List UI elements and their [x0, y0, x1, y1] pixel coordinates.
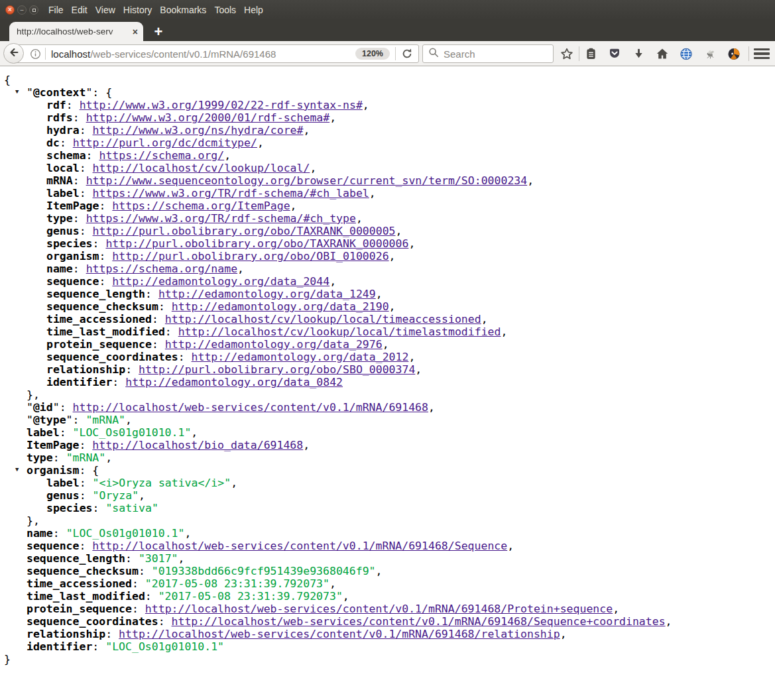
window-maximize-button[interactable]	[29, 5, 38, 15]
menu-view[interactable]: View	[91, 0, 119, 20]
json-punct: ,	[303, 124, 310, 137]
json-string: "3017"	[139, 552, 178, 565]
reload-divider	[395, 47, 396, 60]
json-link[interactable]: https://schema.org/ItemPage	[112, 200, 290, 212]
reload-button[interactable]	[400, 46, 414, 61]
json-punct: ,	[105, 451, 112, 464]
json-punct: :	[92, 640, 105, 653]
new-tab-button[interactable]: +	[149, 22, 168, 41]
json-link[interactable]: http://edamontology.org/data_2190	[172, 300, 389, 313]
json-link[interactable]: http://localhost/web-services/content/v0…	[172, 615, 666, 628]
menu-help[interactable]: Help	[240, 0, 267, 20]
search-input[interactable]: Search	[422, 44, 554, 63]
bookmarks-menu-button[interactable]	[584, 47, 597, 60]
addon-globe-button[interactable]	[680, 47, 693, 60]
json-punct: ,	[329, 577, 336, 590]
minimize-icon: –	[20, 7, 23, 13]
json-punct: :	[73, 262, 86, 275]
json-punct: :	[60, 426, 73, 439]
json-link[interactable]: http://localhost/bio_data/691468	[92, 439, 303, 451]
json-punct: ,	[501, 325, 507, 338]
json-link[interactable]: https://schema.org/	[99, 149, 224, 162]
menu-edit[interactable]: Edit	[68, 0, 91, 20]
window-close-button[interactable]: ×	[5, 5, 15, 15]
tab-close-icon[interactable]: ×	[133, 27, 138, 36]
active-tab[interactable]: http://localhost/web-serv ×	[9, 22, 143, 41]
json-punct: :	[80, 162, 93, 174]
json-line: sequence_checksum: "019338bdd66c9fcf9514…	[0, 565, 775, 577]
json-punct: ,	[376, 288, 383, 300]
json-string: "<i>Oryza sativa</i>"	[93, 477, 231, 489]
json-link[interactable]: http://purl.obolibrary.org/obo/OBI_01000…	[112, 250, 388, 262]
json-punct: :	[99, 275, 112, 288]
json-link[interactable]: http://localhost/cv/lookup/local/	[93, 162, 310, 174]
json-line: species: http://purl.obolibrary.org/obo/…	[0, 237, 775, 250]
json-key: label	[46, 187, 80, 200]
json-link[interactable]: http://www.w3.org/2000/01/rdf-schema#	[86, 111, 330, 124]
addon-orange-button[interactable]	[727, 47, 741, 60]
star-icon	[560, 47, 573, 61]
window-titlebar: × – File Edit View History Bookmarks Too…	[0, 0, 775, 20]
json-key: ItemPage	[27, 439, 79, 451]
json-link[interactable]: http://edamontology.org/data_1249	[158, 288, 376, 300]
back-button[interactable]	[3, 43, 24, 64]
json-link[interactable]: https://www.w3.org/TR/rdf-schema/#ch_lab…	[93, 187, 369, 200]
addon-fly-button[interactable]	[703, 47, 717, 60]
collapse-toggle-icon[interactable]: ▼	[15, 89, 19, 95]
json-punct: ,	[560, 628, 567, 640]
json-link[interactable]: http://localhost/web-services/content/v0…	[92, 540, 507, 552]
menu-history[interactable]: History	[119, 0, 156, 20]
json-link[interactable]: http://edamontology.org/data_2044	[112, 275, 329, 288]
json-string: "mRNA"	[86, 414, 125, 426]
back-arrow-icon	[8, 46, 20, 61]
json-line: protein_sequence: http://localhost/web-s…	[0, 603, 775, 615]
json-link[interactable]: http://www.w3.org/1999/02/22-rdf-syntax-…	[80, 99, 363, 111]
json-link[interactable]: http://localhost/web-services/content/v0…	[119, 628, 560, 640]
json-link[interactable]: http://localhost/cv/lookup/local/timelas…	[178, 325, 501, 338]
json-link[interactable]: http://www.w3.org/ns/hydra/core#	[93, 124, 304, 137]
json-link[interactable]: http://edamontology.org/data_0842	[125, 376, 343, 388]
json-link[interactable]: https://schema.org/name	[86, 262, 237, 275]
page-info-icon[interactable]	[30, 48, 41, 60]
json-line: relationship: http://localhost/web-servi…	[0, 628, 775, 640]
json-punct: ,	[303, 439, 310, 451]
downloads-button[interactable]	[632, 47, 645, 60]
json-line: sequence: http://localhost/web-services/…	[0, 540, 775, 552]
json-punct: ,	[527, 174, 534, 187]
zoom-level-indicator[interactable]: 120%	[355, 48, 390, 60]
json-punct: :	[99, 200, 112, 212]
menu-hamburger-button[interactable]	[754, 46, 770, 61]
json-line: mRNA: http://www.sequenceontology.org/br…	[0, 174, 775, 187]
json-punct: ,	[428, 401, 435, 414]
json-link[interactable]: http://localhost/cv/lookup/local/timeacc…	[165, 313, 481, 325]
pocket-button[interactable]	[608, 47, 621, 60]
menu-file[interactable]: File	[44, 0, 68, 20]
json-link[interactable]: https://www.w3.org/TR/rdf-schema/#ch_typ…	[86, 212, 356, 225]
json-punct: ":	[53, 401, 73, 414]
json-punct: :	[139, 565, 152, 577]
json-link[interactable]: http://purl.obolibrary.org/obo/SBO_00003…	[139, 363, 415, 376]
json-key: type	[46, 212, 73, 225]
url-bar[interactable]: localhost/web-services/content/v0.1/mRNA…	[13, 44, 419, 63]
home-button[interactable]	[656, 47, 669, 60]
menubar: File Edit View History Bookmarks Tools H…	[44, 0, 267, 20]
json-link[interactable]: http://localhost/web-services/content/v0…	[73, 401, 428, 414]
json-key: sequence_checksum	[27, 565, 139, 577]
json-link[interactable]: http://localhost/web-services/content/v0…	[145, 603, 613, 615]
menu-bookmarks[interactable]: Bookmarks	[156, 0, 210, 20]
json-link[interactable]: http://purl.obolibrary.org/obo/TAXRANK_0…	[93, 225, 396, 237]
json-link[interactable]: http://purl.org/dc/dcmitype/	[73, 137, 257, 149]
json-line: protein_sequence: http://edamontology.or…	[0, 338, 775, 351]
window-minimize-button[interactable]: –	[17, 5, 27, 15]
json-link[interactable]: http://www.sequenceontology.org/browser/…	[86, 174, 528, 187]
collapse-toggle-icon[interactable]: ▼	[15, 467, 19, 473]
json-line: {	[0, 74, 775, 86]
json-link[interactable]: http://edamontology.org/data_2976	[165, 338, 383, 351]
json-link[interactable]: http://purl.obolibrary.org/obo/TAXRANK_0…	[105, 237, 408, 250]
json-key: identifier	[46, 376, 112, 388]
menu-tools[interactable]: Tools	[210, 0, 240, 20]
fly-icon	[703, 47, 717, 60]
json-key: protein_sequence	[46, 338, 152, 351]
json-link[interactable]: http://edamontology.org/data_2012	[192, 351, 409, 363]
bookmark-star-button[interactable]	[560, 47, 573, 60]
